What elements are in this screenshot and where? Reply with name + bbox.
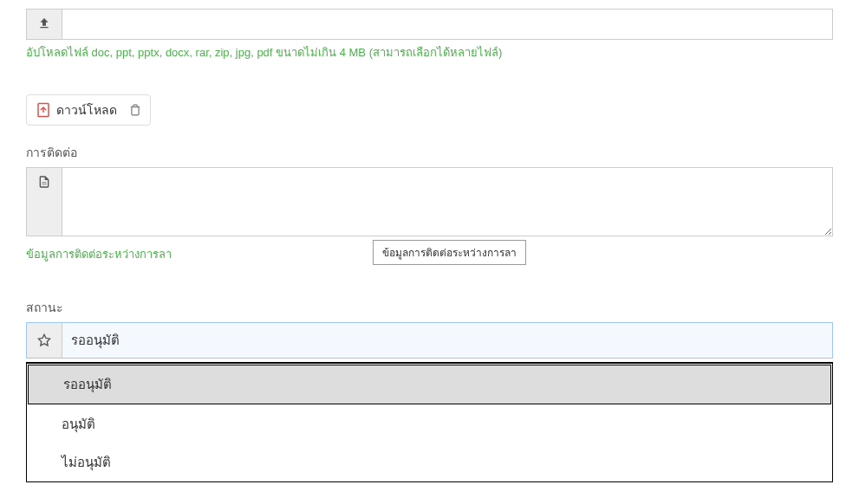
- pdf-icon: [36, 102, 51, 118]
- contact-addon: [26, 167, 62, 236]
- upload-addon[interactable]: [26, 9, 62, 40]
- trash-icon[interactable]: [129, 104, 141, 116]
- download-chip[interactable]: ดาวน์โหลด: [26, 94, 151, 126]
- status-option-rejected[interactable]: ไม่อนุมัติ: [27, 443, 832, 481]
- document-icon: [37, 175, 51, 189]
- star-icon: [37, 333, 51, 347]
- status-value: รออนุมัติ: [62, 323, 832, 358]
- status-option-pending[interactable]: รออนุมัติ: [28, 365, 831, 404]
- upload-input[interactable]: [62, 9, 833, 40]
- upload-icon: [37, 16, 51, 30]
- contact-input-group: [26, 167, 833, 236]
- status-input-group[interactable]: รออนุมัติ: [26, 322, 833, 359]
- status-addon: [27, 323, 62, 358]
- download-label: ดาวน์โหลด: [56, 100, 117, 120]
- upload-help-text: อัปโหลดไฟล์ doc, ppt, pptx, docx, rar, z…: [26, 43, 833, 61]
- contact-section: การติดต่อ ข้อมูลการติดต่อระหว่างการลา ข้…: [26, 143, 833, 263]
- contact-help-text: ข้อมูลการติดต่อระหว่างการลา: [26, 245, 172, 263]
- upload-section: อัปโหลดไฟล์ doc, ppt, pptx, docx, rar, z…: [26, 9, 833, 61]
- status-option-approved[interactable]: อนุมัติ: [27, 405, 832, 443]
- status-section: สถานะ รออนุมัติ รออนุมัติ อนุมัติ ไม่อนุ…: [26, 298, 833, 482]
- contact-textarea[interactable]: [62, 167, 833, 236]
- status-label: สถานะ: [26, 298, 833, 317]
- contact-help-row: ข้อมูลการติดต่อระหว่างการลา ข้อมูลการติด…: [26, 242, 833, 263]
- contact-label: การติดต่อ: [26, 143, 833, 162]
- contact-tooltip: ข้อมูลการติดต่อระหว่างการลา: [373, 240, 526, 265]
- upload-input-group: [26, 9, 833, 40]
- svg-marker-4: [38, 334, 49, 346]
- status-dropdown: รออนุมัติ อนุมัติ ไม่อนุมัติ: [26, 362, 833, 482]
